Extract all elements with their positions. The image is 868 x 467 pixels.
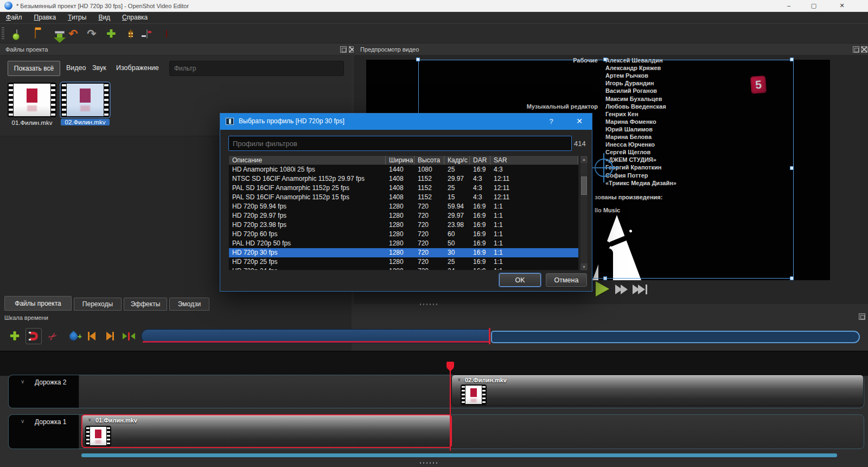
chevron-down-icon[interactable]: ∨ — [21, 378, 24, 384]
scroll-down-icon[interactable]: ▼ — [580, 263, 588, 270]
tab-effects[interactable]: Эффекты — [124, 298, 167, 311]
files-filter-input[interactable] — [169, 61, 344, 76]
minimize-button[interactable]: – — [777, 0, 801, 12]
ok-button[interactable]: OK — [499, 273, 541, 287]
profile-row[interactable]: HD 720p 29.97 fps128072029.9716:91:1 — [229, 211, 578, 220]
center-on-playhead-button[interactable] — [120, 328, 137, 344]
menu-item[interactable]: Титры — [62, 12, 92, 24]
toolbar-drag-handle[interactable] — [2, 27, 4, 40]
timeline-horizontal-scrollbar[interactable] — [81, 453, 837, 457]
tab-emoji[interactable]: Эмодзи — [169, 298, 209, 311]
close-button[interactable]: ✕ — [827, 0, 857, 12]
undo-button[interactable]: ↶ — [65, 26, 81, 42]
dialog-title: Выбрать профиль [HD 720p 30 fps] — [239, 117, 344, 125]
fast-forward-button[interactable] — [615, 285, 628, 294]
choose-profile-button[interactable] — [139, 26, 155, 42]
timeline-overview-visible-region[interactable] — [491, 331, 860, 343]
profile-row[interactable]: PAL SD 16CIF Anamorphic 1152p 25 fps1408… — [229, 184, 578, 193]
profile-table-scrollbar[interactable]: ▲ ▼ — [580, 155, 588, 271]
transform-handle-br[interactable] — [790, 276, 794, 280]
dialog-titlebar[interactable]: Выбрать профиль [HD 720p 30 fps] ? ✕ — [220, 113, 592, 130]
next-marker-button[interactable] — [102, 328, 118, 344]
timeline-ruler[interactable]: 00:40:33,01 0:0000:08:3200:17:0400:25:36… — [0, 351, 868, 376]
add-track-button[interactable]: ✚ — [7, 328, 23, 344]
float-panel-icon[interactable] — [340, 46, 347, 53]
tab-image[interactable]: Изображение — [116, 64, 159, 72]
profile-row[interactable]: HD Anamorphic 1080i 25 fps144010802516:9… — [229, 165, 578, 174]
column-sar[interactable]: SAR — [490, 156, 578, 165]
profile-row[interactable]: PAL HD 720p 50 fps12807205016:91:1 — [229, 239, 578, 248]
play-button[interactable] — [596, 281, 609, 296]
close-preview-icon[interactable] — [861, 46, 867, 53]
tab-video[interactable]: Видео — [66, 64, 86, 72]
profile-row[interactable]: HD 720p 59.94 fps128072059.9416:91:1 — [229, 202, 578, 211]
menu-item[interactable]: Справка — [116, 12, 154, 24]
file-thumbnail-2[interactable] — [61, 83, 110, 117]
track-1-header[interactable]: ∨ Дорожка 1 — [9, 415, 79, 449]
timeline-overview-playhead[interactable] — [489, 328, 490, 344]
panel-splitter-handle[interactable] — [420, 304, 438, 305]
menu-item[interactable]: Правка — [28, 12, 62, 24]
menu-item[interactable]: Файл — [0, 12, 28, 24]
scroll-up-icon[interactable]: ▲ — [580, 156, 588, 163]
file-name-1[interactable]: 01.Филин.mkv — [1, 119, 63, 126]
window-title: * Безымянный проект [HD 720p 30 fps] - O… — [16, 3, 189, 9]
transform-handle-tl[interactable] — [416, 58, 420, 61]
profile-row[interactable]: HD 720p 25 fps12807202516:91:1 — [229, 257, 578, 267]
cancel-button[interactable]: Отмена — [546, 273, 587, 287]
tab-project-files[interactable]: Файлы проекта — [4, 296, 72, 311]
column-fps[interactable]: Кадр/с — [444, 156, 470, 165]
maximize-button[interactable]: ▢ — [802, 0, 826, 12]
playhead-marker[interactable] — [446, 362, 454, 368]
dialog-close-button[interactable]: ✕ — [572, 117, 586, 125]
transform-handle-bm[interactable] — [603, 276, 607, 280]
previous-marker-button[interactable] — [84, 328, 100, 344]
profile-row[interactable]: HD 720p 24 fps12807202416:91:1 — [229, 267, 578, 270]
title-clip-button[interactable] — [123, 26, 139, 42]
profile-table-header[interactable]: Описание Ширина Высота Кадр/с DAR SAR — [228, 155, 579, 165]
transform-handle-tr[interactable] — [790, 58, 794, 61]
razor-tool-button[interactable]: ✂ — [44, 328, 61, 344]
column-height[interactable]: Высота — [414, 156, 444, 165]
column-width[interactable]: Ширина — [386, 156, 414, 165]
profile-row[interactable]: HD 720p 60 fps12807206016:91:1 — [229, 230, 578, 239]
bottom-splitter-handle[interactable] — [420, 462, 438, 464]
tab-audio[interactable]: Звук — [92, 64, 106, 72]
add-marker-button[interactable] — [65, 328, 81, 344]
scrollbar-thumb[interactable] — [581, 176, 587, 195]
profile-table-body[interactable]: HD Anamorphic 1080i 25 fps144010802516:9… — [228, 165, 579, 270]
timeline-clip-2[interactable]: ∨ 02.Филин.mkv — [451, 375, 864, 406]
record-export-icon — [166, 29, 167, 39]
profile-row[interactable]: PAL SD 16CIF Anamorphic 1152p 15 fps1408… — [229, 193, 578, 202]
track-2-header[interactable]: ∨ Дорожка 2 — [9, 375, 79, 408]
float-timeline-icon[interactable] — [859, 313, 865, 320]
timeline-overview-clips[interactable] — [141, 329, 490, 343]
profile-row[interactable]: HD 720p 30 fps12807203016:91:1 — [229, 248, 578, 257]
redo-button[interactable]: ↷ — [84, 26, 100, 42]
snapping-toggle-button[interactable] — [25, 328, 42, 344]
profile-row[interactable]: NTSC SD 16CIF Anamorphic 1152p 29.97 fps… — [229, 174, 578, 184]
chevron-down-icon[interactable]: ∨ — [21, 418, 24, 424]
transform-handle-tm[interactable] — [603, 58, 607, 61]
menu-item[interactable]: Вид — [92, 12, 116, 24]
file-thumbnail-1[interactable] — [8, 83, 56, 117]
column-description[interactable]: Описание — [229, 156, 386, 165]
profile-filter-input[interactable] — [228, 136, 572, 151]
import-files-button[interactable]: ✚ — [103, 26, 119, 42]
timeline-clip-1-selected[interactable]: ∨ 01.Филин.mkv — [81, 414, 452, 448]
float-preview-icon[interactable] — [853, 46, 859, 53]
transform-origin-crosshair[interactable] — [595, 159, 613, 177]
jump-to-end-button[interactable] — [633, 285, 647, 294]
file-name-2[interactable]: 02.Филин.mkv — [61, 119, 110, 125]
column-dar[interactable]: DAR — [470, 156, 490, 165]
dialog-help-button[interactable]: ? — [545, 117, 557, 125]
export-video-button[interactable] — [158, 26, 175, 42]
tab-show-all[interactable]: Показать всё — [8, 61, 60, 76]
clip-1-title: 01.Филин.mkv — [95, 417, 137, 424]
transform-handle-mr[interactable] — [790, 166, 794, 170]
profile-row[interactable]: HD 720p 23.98 fps128072023.9816:91:1 — [229, 220, 578, 230]
open-project-button[interactable] — [27, 26, 43, 42]
new-project-button[interactable] — [9, 26, 25, 42]
save-project-button[interactable] — [46, 26, 62, 42]
tab-transitions[interactable]: Переходы — [74, 298, 122, 311]
